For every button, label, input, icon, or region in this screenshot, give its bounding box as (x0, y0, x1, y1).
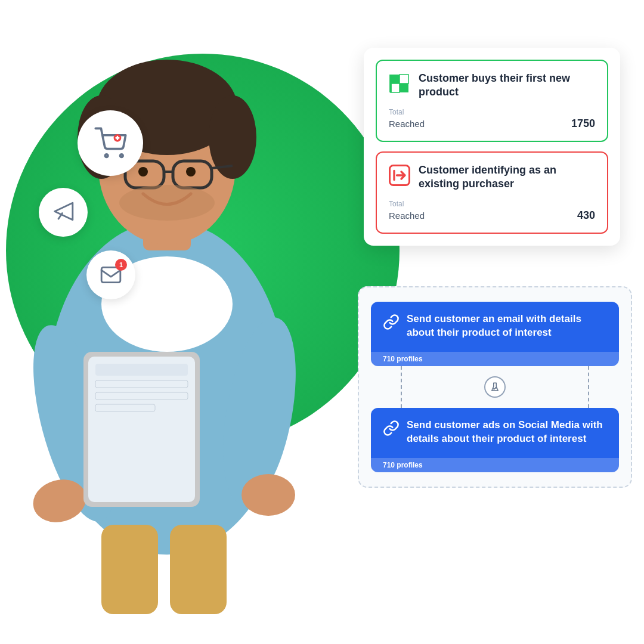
svg-point-12 (186, 167, 196, 177)
svg-rect-34 (400, 83, 408, 92)
svg-rect-26 (170, 525, 227, 614)
svg-rect-25 (101, 525, 158, 614)
social-action-profiles-badge: 710 profiles (371, 458, 619, 472)
dashed-line-left (401, 366, 402, 408)
exit-arrow-icon (389, 165, 410, 186)
mail-badge: 1 (115, 259, 127, 271)
dashed-line-right (588, 366, 589, 408)
existing-purchaser-stat-value: 430 (577, 209, 595, 222)
svg-rect-21 (95, 364, 188, 376)
megaphone-icon (52, 201, 75, 224)
svg-point-13 (119, 185, 215, 221)
svg-rect-20 (88, 357, 195, 502)
link-icon-social (383, 420, 400, 436)
connector-node (484, 376, 506, 398)
svg-point-18 (242, 474, 295, 516)
trigger-cards-area: Customer buys their first new product To… (364, 48, 620, 246)
connector-area (371, 366, 619, 408)
megaphone-icon-circle (39, 188, 88, 237)
scene: 1 Customer buys their first new product (0, 0, 644, 644)
svg-point-28 (120, 154, 123, 157)
new-product-stat-name: Reached (389, 119, 425, 129)
svg-point-27 (105, 154, 108, 157)
new-product-card-title: Customer buys their first new product (419, 72, 595, 100)
svg-rect-33 (391, 83, 400, 92)
svg-rect-32 (400, 75, 408, 83)
top-cards-panel: Customer buys their first new product To… (364, 48, 620, 246)
new-product-trigger-card[interactable]: Customer buys their first new product To… (376, 60, 608, 142)
email-action-title: Send customer an email with details abou… (407, 312, 607, 340)
flag-checkered-icon (389, 73, 410, 94)
svg-rect-22 (95, 380, 188, 388)
existing-purchaser-stats: Total Reached 430 (389, 200, 595, 222)
svg-point-38 (496, 388, 497, 389)
svg-point-11 (138, 167, 148, 177)
action-cards-panel: Send customer an email with details abou… (358, 286, 632, 488)
new-product-stats: Total Reached 1750 (389, 108, 595, 130)
existing-purchaser-card-title: Customer identifying as an existing purc… (419, 163, 595, 191)
existing-purchaser-trigger-card[interactable]: Customer identifying as an existing purc… (376, 151, 608, 234)
mail-icon-circle: 1 (86, 250, 135, 299)
flask-icon (490, 382, 500, 392)
new-product-stat-label: Total (389, 108, 595, 116)
person-illustration (0, 18, 376, 614)
existing-purchaser-stat-name: Reached (389, 210, 425, 221)
email-action-card[interactable]: Send customer an email with details abou… (371, 302, 619, 366)
link-icon-email (383, 314, 400, 330)
social-action-title: Send customer ads on Social Media with d… (407, 419, 607, 446)
new-product-stat-value: 1750 (571, 117, 595, 130)
email-action-profiles-badge: 710 profiles (371, 352, 619, 366)
cart-icon-circle (78, 110, 143, 176)
existing-purchaser-stat-label: Total (389, 200, 595, 208)
svg-rect-24 (95, 404, 155, 411)
svg-rect-23 (95, 392, 188, 400)
social-action-card[interactable]: Send customer ads on Social Media with d… (371, 408, 619, 472)
svg-rect-31 (391, 75, 400, 83)
svg-point-37 (494, 388, 495, 389)
cart-icon (94, 127, 127, 160)
